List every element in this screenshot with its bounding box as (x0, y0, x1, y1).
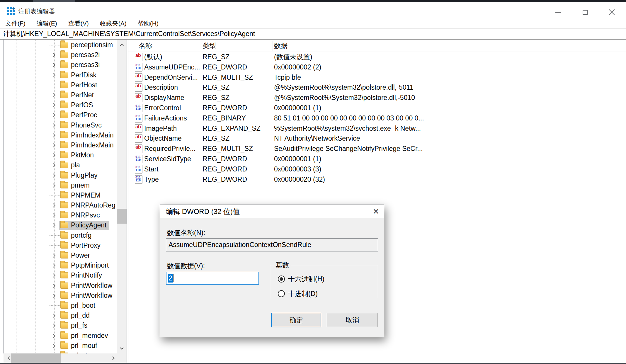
tree-item-content[interactable]: PlugPlay (59, 171, 100, 180)
tree-item-content[interactable]: prl_dd (59, 311, 92, 320)
tree-item-content[interactable]: pmem (59, 181, 92, 190)
minimize-button[interactable] (549, 6, 568, 18)
tree-item-content[interactable]: prl_strg (59, 351, 96, 353)
scroll-down-button[interactable] (117, 343, 127, 353)
tree-item-content[interactable]: PerfNet (59, 91, 96, 100)
registry-value-row[interactable]: ab(默认)REG_SZ(数值未设置) (128, 52, 626, 62)
tree-item-content[interactable]: prl_mouf (59, 341, 100, 351)
tree-item-PortProxy[interactable]: PortProxy (4, 241, 117, 251)
tree-item-content[interactable]: PNRPsvc (59, 211, 102, 220)
tree-item-portcfg[interactable]: portcfg (4, 231, 117, 241)
menu-favorites[interactable]: 收藏夹(A) (100, 19, 127, 28)
tree-item-PNPMEM[interactable]: PNPMEM (4, 190, 117, 200)
tree-item-PerfNet[interactable]: PerfNet (4, 90, 117, 100)
menu-file[interactable]: 文件(F) (5, 19, 25, 28)
tree-item-prl_mouf[interactable]: prl_mouf (4, 341, 117, 351)
tree-item-prl_dd[interactable]: prl_dd (4, 311, 117, 321)
tree-item-content[interactable]: percsas2i (59, 50, 102, 60)
tree-item-content[interactable]: PerfProc (59, 110, 100, 120)
tree-item-content[interactable]: PimIndexMain (59, 131, 116, 140)
registry-value-row[interactable]: abDisplayNameREG_SZ@%SystemRoot%\System3… (128, 93, 626, 103)
tree-item-content[interactable]: PNRPAutoReg (59, 201, 117, 210)
close-button[interactable] (602, 6, 622, 18)
expand-chevron-icon[interactable] (51, 133, 55, 137)
tree-item-PolicyAgent[interactable]: PolicyAgent (4, 220, 117, 230)
tree-item-PrintNotify[interactable]: PrintNotify (4, 271, 117, 280)
expand-chevron-icon[interactable] (51, 183, 55, 188)
tree-item-prl_boot[interactable]: prl_boot (4, 301, 117, 311)
expand-chevron-icon[interactable] (51, 314, 55, 318)
tree-item-PptpMiniport[interactable]: PptpMiniport (4, 261, 117, 271)
expand-chevron-icon[interactable] (51, 213, 55, 217)
tree-item-prl_fs[interactable]: prl_fs (4, 321, 117, 331)
tree-item-content[interactable]: PrintNotify (59, 271, 105, 280)
tree-item-content[interactable]: Power (59, 251, 93, 260)
expand-chevron-icon[interactable] (51, 63, 55, 67)
menu-edit[interactable]: 编辑(E) (37, 19, 57, 28)
expand-chevron-icon[interactable] (51, 344, 55, 348)
tree-item-perceptionsim[interactable]: perceptionsim (4, 40, 117, 50)
tree-item-content[interactable]: PimIndexMain (59, 141, 116, 150)
horizontal-scrollbar-thumb[interactable] (11, 353, 61, 363)
radio-button-dec[interactable] (278, 290, 285, 297)
expand-chevron-icon[interactable] (51, 173, 55, 177)
expand-chevron-icon[interactable] (51, 103, 55, 107)
expand-chevron-icon[interactable] (51, 73, 55, 77)
menu-help[interactable]: 帮助(H) (138, 19, 159, 28)
tree-item-PimIndexMain[interactable]: PimIndexMain (4, 130, 117, 140)
column-header-type[interactable]: 类型 (203, 41, 216, 50)
tree-item-PerfHost[interactable]: PerfHost (4, 80, 117, 90)
tree-item-PrintWorkflow[interactable]: PrintWorkflow (4, 291, 117, 301)
radio-button-hex[interactable] (278, 275, 285, 283)
tree-item-content[interactable]: prl_fs (59, 321, 90, 330)
tree-item-content[interactable]: PrintWorkflow (59, 281, 115, 290)
column-separator[interactable] (439, 41, 439, 51)
registry-value-row[interactable]: abObjectNameREG_SZNT Authority\NetworkSe… (128, 133, 626, 144)
column-separator[interactable] (201, 41, 201, 51)
ok-button[interactable]: 确定 (271, 313, 321, 327)
expand-chevron-icon[interactable] (51, 163, 55, 167)
expand-chevron-icon[interactable] (51, 284, 55, 288)
tree-item-percsas2i[interactable]: percsas2i (4, 50, 117, 60)
expand-chevron-icon[interactable] (51, 273, 55, 278)
scroll-right-button[interactable] (107, 353, 117, 363)
tree-item-PimIndexMain[interactable]: PimIndexMain (4, 140, 117, 150)
registry-value-row[interactable]: abRequiredPrivile...REG_MULTI_SZSeAuditP… (128, 144, 626, 154)
tree-item-content[interactable]: portcfg (59, 231, 94, 240)
expand-chevron-icon[interactable] (51, 153, 55, 157)
tree-item-content[interactable]: prl_boot (59, 301, 98, 310)
tree-item-content[interactable]: PrintWorkflow (59, 291, 115, 300)
hexadecimal-radio-row[interactable]: 十六进制(H) (278, 275, 324, 283)
registry-value-row[interactable]: 011110AssumeUDPEnc...REG_DWORD0x00000002… (128, 62, 626, 72)
tree-item-content[interactable]: perceptionsim (59, 40, 115, 50)
tree-item-content[interactable]: PktMon (59, 151, 96, 160)
tree-item-pla[interactable]: pla (4, 160, 117, 170)
tree-item-content[interactable]: PortProxy (59, 241, 103, 250)
tree-item-PrintWorkflow[interactable]: PrintWorkflow (4, 281, 117, 291)
address-bar[interactable]: 计算机\HKEY_LOCAL_MACHINE\SYSTEM\CurrentCon… (0, 28, 626, 40)
registry-value-row[interactable]: 011110ErrorControlREG_DWORD0x00000001 (1… (128, 103, 626, 113)
scroll-up-button[interactable] (117, 40, 127, 50)
registry-value-row[interactable]: 011110StartREG_DWORD0x00000003 (3) (128, 164, 626, 174)
column-header-data[interactable]: 数据 (274, 41, 288, 50)
tree-item-percsas3i[interactable]: percsas3i (4, 60, 117, 70)
registry-value-row[interactable]: 011110TypeREG_DWORD0x00000020 (32) (128, 174, 626, 185)
tree-item-content[interactable]: PptpMiniport (59, 261, 111, 270)
value-data-input[interactable]: 2 (166, 272, 259, 285)
tree-item-content[interactable]: PerfOS (59, 101, 96, 110)
expand-chevron-icon[interactable] (51, 324, 55, 328)
expand-chevron-icon[interactable] (51, 334, 55, 338)
expand-chevron-icon[interactable] (51, 123, 55, 127)
expand-chevron-icon[interactable] (51, 263, 55, 268)
vertical-scrollbar-thumb[interactable] (117, 209, 127, 224)
registry-value-row[interactable]: abDescriptionREG_SZ@%SystemRoot%\system3… (128, 82, 626, 93)
decimal-radio-row[interactable]: 十进制(D) (278, 290, 318, 298)
tree-item-PktMon[interactable]: PktMon (4, 150, 117, 160)
tree-item-content[interactable]: pla (59, 161, 83, 170)
registry-value-row[interactable]: 011110ServiceSidTypeREG_DWORD0x00000001 … (128, 154, 626, 164)
menu-view[interactable]: 查看(V) (68, 19, 89, 28)
tree-item-PNRPAutoReg[interactable]: PNRPAutoReg (4, 200, 117, 210)
tree-item-content[interactable]: PhoneSvc (59, 121, 104, 130)
expand-chevron-icon[interactable] (51, 93, 55, 97)
tree-item-content[interactable]: PerfDisk (59, 71, 99, 80)
